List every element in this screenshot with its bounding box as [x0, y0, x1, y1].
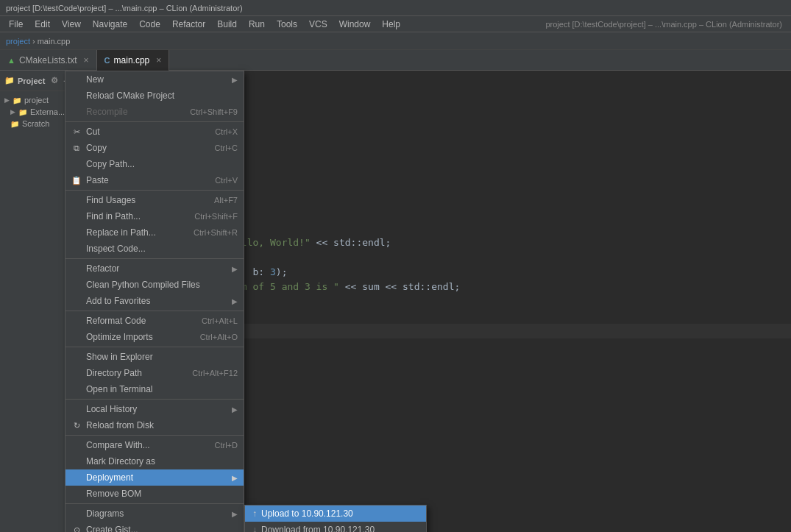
title-text: project [D:\testCode\project] – ...\main…: [6, 4, 243, 13]
cm-reload-cmake[interactable]: Reload CMake Project: [65, 88, 244, 104]
cpp-tab-close[interactable]: ×: [156, 55, 161, 65]
cm-inspect-code[interactable]: Inspect Code...: [65, 241, 244, 257]
menu-bar: File Edit View Navigate Code Refactor Bu…: [0, 16, 791, 32]
cm-find-usages[interactable]: Find Usages Alt+F7: [65, 192, 244, 208]
submenu-download[interactable]: ↓ Download from 10.90.121.30: [245, 522, 426, 532]
cm-optimize-imports[interactable]: Optimize Imports Ctrl+Alt+O: [65, 329, 244, 345]
refactor-arrow: ▶: [232, 265, 238, 273]
breadcrumb-file[interactable]: main.cpp: [38, 37, 71, 46]
cm-sep-5: [65, 347, 244, 347]
cm-diagrams[interactable]: Diagrams ▶: [65, 506, 244, 522]
download-icon: ↓: [252, 525, 257, 532]
new-arrow: ▶: [232, 76, 238, 84]
menu-tools[interactable]: Tools: [271, 18, 303, 31]
main-layout: 📁 Project ⚙ − ▶ 📁 project ▶ 📁 Externa...…: [0, 71, 791, 532]
cm-copy[interactable]: ⧉Copy Ctrl+C: [65, 140, 244, 156]
context-menu: New ▶ Reload CMake Project Recompile Ctr…: [65, 71, 244, 532]
cm-sep-3: [65, 258, 244, 259]
cm-recompile: Recompile Ctrl+Shift+F9: [65, 104, 244, 120]
menu-help[interactable]: Help: [376, 18, 406, 31]
menu-file[interactable]: File: [3, 18, 29, 31]
tree-label-project: project: [24, 96, 49, 104]
cm-sep-4: [65, 311, 244, 311]
tree-label-scratch: Scratch: [22, 119, 49, 128]
copy-icon: ⧉: [71, 143, 82, 153]
cpp-icon: C: [104, 56, 110, 65]
cm-replace-in-path[interactable]: Replace in Path... Ctrl+Shift+R: [65, 224, 244, 241]
cm-refactor[interactable]: Refactor ▶: [65, 260, 244, 277]
tab-cmake[interactable]: ▲ CMakeLists.txt ×: [0, 50, 97, 71]
cm-copy-path[interactable]: Copy Path...: [65, 156, 244, 172]
menu-edit[interactable]: Edit: [29, 18, 56, 31]
tree-arrow-project: ▶: [4, 96, 10, 104]
cm-reformat-code[interactable]: Reformat Code Ctrl+Alt+L: [65, 313, 244, 329]
upload-label: Upload to 10.90.121.30: [261, 508, 353, 519]
menu-window[interactable]: Window: [333, 18, 377, 31]
sidebar-tree: ▶ 📁 project ▶ 📁 Externa... 📁 Scratch: [0, 91, 65, 132]
download-label: Download from 10.90.121.30: [261, 525, 375, 532]
cm-mark-directory[interactable]: Mark Directory as: [65, 453, 244, 469]
menu-run[interactable]: Run: [243, 18, 271, 31]
sidebar-title: Project: [18, 77, 45, 85]
sidebar-folder-icon: 📁: [4, 76, 15, 85]
favorites-arrow: ▶: [232, 297, 238, 305]
cm-paste[interactable]: 📋Paste Ctrl+V: [65, 172, 244, 188]
cm-local-history[interactable]: Local History ▶: [65, 401, 244, 417]
sidebar-header: 📁 Project ⚙ −: [0, 71, 65, 91]
cpp-tab-label: main.cpp: [114, 55, 150, 65]
cm-cut[interactable]: ✂Cut Ctrl+X: [65, 124, 244, 140]
tree-label-externa: Externa...: [30, 107, 65, 116]
cmake-tab-close[interactable]: ×: [84, 55, 89, 65]
submenu-upload[interactable]: ↑ Upload to 10.90.121.30: [245, 506, 426, 522]
cm-find-in-path[interactable]: Find in Path... Ctrl+Shift+F: [65, 208, 244, 224]
cm-open-in-terminal[interactable]: Open in Terminal: [65, 381, 244, 397]
cm-deployment[interactable]: Deployment ▶: [65, 469, 244, 486]
cm-sep-2: [65, 190, 244, 191]
title-right: project [D:\testCode\project] – ...\main…: [539, 18, 788, 30]
tab-maincpp[interactable]: C main.cpp ×: [97, 50, 170, 71]
paste-icon: 📋: [71, 176, 82, 185]
cm-sep-8: [65, 503, 244, 504]
gist-icon: ⊙: [71, 525, 82, 533]
menu-navigate[interactable]: Navigate: [87, 18, 133, 31]
cm-remove-bom[interactable]: Remove BOM: [65, 486, 244, 502]
cm-reload-from-disk[interactable]: ↻Reload from Disk: [65, 417, 244, 433]
diagrams-arrow: ▶: [232, 510, 238, 518]
cut-icon: ✂: [71, 127, 82, 137]
sidebar-settings-icon[interactable]: ⚙: [51, 76, 58, 85]
cmake-icon: ▲: [7, 56, 15, 65]
menu-build[interactable]: Build: [211, 18, 243, 31]
project-folder-icon: 📁: [13, 96, 21, 104]
externa-icon: 📁: [18, 108, 27, 116]
tree-item-externa[interactable]: ▶ 📁 Externa...: [0, 106, 65, 118]
title-bar: project [D:\testCode\project] – ...\main…: [0, 0, 791, 16]
project-bar: project › main.cpp: [0, 32, 791, 50]
tab-bar: ▲ CMakeLists.txt × C main.cpp ×: [0, 50, 791, 71]
menu-view[interactable]: View: [56, 18, 87, 31]
cm-sep-7: [65, 435, 244, 436]
cm-directory-path[interactable]: Directory Path Ctrl+Alt+F12: [65, 365, 244, 381]
menu-vcs[interactable]: VCS: [303, 18, 333, 31]
breadcrumb-project[interactable]: project: [6, 37, 30, 46]
deployment-submenu: ↑ Upload to 10.90.121.30 ↓ Download from…: [244, 505, 427, 532]
tree-arrow-externa: ▶: [10, 108, 15, 116]
local-history-arrow: ▶: [232, 405, 238, 414]
tree-item-project[interactable]: ▶ 📁 project: [0, 94, 65, 106]
upload-icon: ↑: [252, 508, 257, 519]
reload-icon: ↻: [71, 421, 82, 430]
deployment-arrow: ▶: [232, 474, 238, 482]
menu-code[interactable]: Code: [133, 18, 166, 31]
cm-add-to-favorites[interactable]: Add to Favorites ▶: [65, 293, 244, 309]
cm-show-in-explorer[interactable]: Show in Explorer: [65, 349, 244, 365]
cm-sep-1: [65, 121, 244, 122]
cmake-tab-label: CMakeLists.txt: [19, 55, 77, 65]
cm-new[interactable]: New ▶: [65, 71, 244, 88]
cm-create-gist[interactable]: ⊙Create Gist...: [65, 522, 244, 532]
scratch-icon: 📁: [10, 120, 19, 128]
cm-clean-python[interactable]: Clean Python Compiled Files: [65, 277, 244, 293]
cm-compare-with[interactable]: Compare With... Ctrl+D: [65, 437, 244, 453]
cm-sep-6: [65, 399, 244, 400]
menu-refactor[interactable]: Refactor: [166, 18, 211, 31]
tree-item-scratch[interactable]: 📁 Scratch: [0, 118, 65, 130]
sidebar: 📁 Project ⚙ − ▶ 📁 project ▶ 📁 Externa...…: [0, 71, 66, 532]
